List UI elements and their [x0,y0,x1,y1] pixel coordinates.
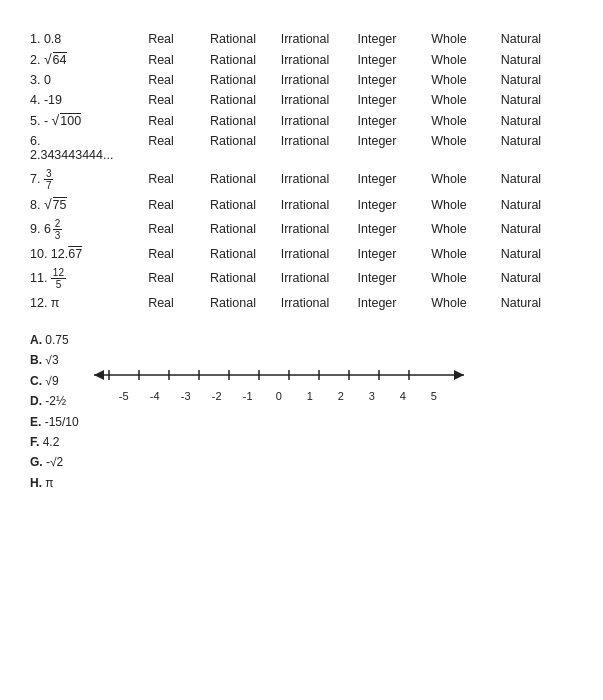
category-integer: Integer [341,134,413,148]
category-whole: Whole [413,198,485,212]
row-number: 8. √75 [30,197,125,212]
tick-label: -3 [171,390,201,402]
category-natural: Natural [485,222,557,236]
category-irrational: Irrational [269,134,341,148]
category-whole: Whole [413,172,485,186]
row-number: 5. - √100 [30,113,125,128]
category-rational: Rational [197,73,269,87]
category-whole: Whole [413,296,485,310]
tick-label: 0 [264,390,294,402]
category-integer: Integer [341,93,413,107]
tick-label: -2 [202,390,232,402]
category-natural: Natural [485,53,557,67]
category-rational: Rational [197,198,269,212]
table-row: 4. -19 Real Rational Irrational Integer … [30,93,573,107]
category-natural: Natural [485,93,557,107]
category-rational: Rational [197,53,269,67]
row-number: 12. π [30,296,125,310]
tick-label: 5 [419,390,449,402]
category-natural: Natural [485,32,557,46]
list-item: E. -15/10 [30,412,79,432]
category-rational: Rational [197,93,269,107]
category-integer: Integer [341,73,413,87]
category-real: Real [125,73,197,87]
graph-section: A. 0.75B. √3C. √9D. -2½E. -15/10F. 4.2G.… [30,330,573,501]
tick-label: 2 [326,390,356,402]
category-rational: Rational [197,134,269,148]
list-item: G. -√2 [30,452,79,472]
category-real: Real [125,114,197,128]
category-irrational: Irrational [269,247,341,261]
category-integer: Integer [341,32,413,46]
category-irrational: Irrational [269,73,341,87]
tick-label: 1 [295,390,325,402]
number-line [89,360,469,390]
category-real: Real [125,93,197,107]
category-rational: Rational [197,172,269,186]
section2: A. 0.75B. √3C. √9D. -2½E. -15/10F. 4.2G.… [30,330,573,501]
category-real: Real [125,53,197,67]
category-irrational: Irrational [269,296,341,310]
row-number: 10. 12.67 [30,247,125,261]
table-row: 5. - √100 Real Rational Irrational Integ… [30,113,573,128]
tick-label: 3 [357,390,387,402]
category-irrational: Irrational [269,53,341,67]
table-row: 1. 0.8 Real Rational Irrational Integer … [30,32,573,46]
category-whole: Whole [413,271,485,285]
table-row: 11. 125 Real Rational Irrational Integer… [30,267,573,290]
row-number: 6. 2.343443444... [30,134,125,162]
row-number: 11. 125 [30,267,125,290]
category-whole: Whole [413,134,485,148]
table-row: 7. 37 Real Rational Irrational Integer W… [30,168,573,191]
category-integer: Integer [341,172,413,186]
category-natural: Natural [485,247,557,261]
tick-label: -4 [140,390,170,402]
row-number: 2. √64 [30,52,125,67]
category-real: Real [125,32,197,46]
category-real: Real [125,247,197,261]
category-natural: Natural [485,114,557,128]
category-natural: Natural [485,172,557,186]
category-irrational: Irrational [269,222,341,236]
list-item: C. √9 [30,371,79,391]
tick-label: 4 [388,390,418,402]
tick-label: -1 [233,390,263,402]
table-row: 2. √64 Real Rational Irrational Integer … [30,52,573,67]
category-integer: Integer [341,198,413,212]
category-integer: Integer [341,53,413,67]
category-whole: Whole [413,53,485,67]
category-whole: Whole [413,222,485,236]
category-rational: Rational [197,222,269,236]
list-item: H. π [30,473,79,493]
category-integer: Integer [341,247,413,261]
category-irrational: Irrational [269,114,341,128]
table-row: 9. 623 Real Rational Irrational Integer … [30,218,573,241]
list-item: F. 4.2 [30,432,79,452]
table-row: 12. π Real Rational Irrational Integer W… [30,296,573,310]
category-rational: Rational [197,271,269,285]
category-rational: Rational [197,247,269,261]
graph-labels: A. 0.75B. √3C. √9D. -2½E. -15/10F. 4.2G.… [30,330,79,493]
table-row: 8. √75 Real Rational Irrational Integer … [30,197,573,212]
table-row: 6. 2.343443444... Real Rational Irration… [30,134,573,162]
row-number: 3. 0 [30,73,125,87]
category-whole: Whole [413,114,485,128]
category-rational: Rational [197,32,269,46]
category-irrational: Irrational [269,198,341,212]
category-natural: Natural [485,134,557,148]
category-real: Real [125,222,197,236]
table-row: 3. 0 Real Rational Irrational Integer Wh… [30,73,573,87]
list-item: A. 0.75 [30,330,79,350]
table-row: 10. 12.67 Real Rational Irrational Integ… [30,247,573,261]
category-irrational: Irrational [269,172,341,186]
category-real: Real [125,198,197,212]
category-real: Real [125,172,197,186]
category-natural: Natural [485,296,557,310]
category-rational: Rational [197,114,269,128]
row-number: 4. -19 [30,93,125,107]
row-number: 1. 0.8 [30,32,125,46]
category-real: Real [125,271,197,285]
category-whole: Whole [413,93,485,107]
category-whole: Whole [413,32,485,46]
category-real: Real [125,296,197,310]
